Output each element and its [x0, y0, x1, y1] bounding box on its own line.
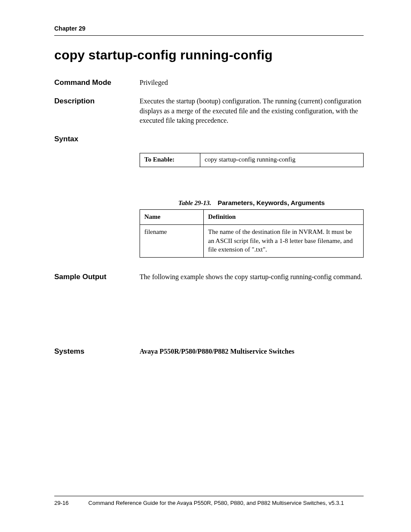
- header-rule: [54, 35, 364, 36]
- params-header-row: Name Definition: [140, 210, 364, 225]
- syntax-enable-label-text: To Enable:: [144, 156, 174, 163]
- command-mode-row: Command Mode Privileged: [54, 78, 364, 88]
- params-header-name: Name: [140, 210, 204, 225]
- syntax-row: Syntax: [54, 134, 364, 144]
- params-caption-number: Table 29-13.: [178, 199, 211, 206]
- syntax-label: Syntax: [54, 134, 140, 144]
- running-header: Chapter 29: [54, 25, 364, 32]
- syntax-enable-value: copy startup-config running-config: [200, 153, 364, 167]
- params-table: Name Definition filename The name of the…: [140, 209, 364, 258]
- params-table-wrap: Name Definition filename The name of the…: [140, 209, 364, 258]
- table-row: filename The name of the destination fil…: [140, 225, 364, 258]
- systems-row: Systems Avaya P550R/P580/P880/P882 Multi…: [54, 347, 364, 357]
- footer-page-number: 29-16: [54, 500, 68, 506]
- params-caption: Table 29-13. Parameters, Keywords, Argum…: [140, 199, 364, 207]
- syntax-table-row: To Enable: copy startup-config running-c…: [140, 153, 364, 167]
- param-name-cell: filename: [140, 225, 204, 258]
- sample-output-row: Sample Output The following example show…: [54, 272, 364, 282]
- sample-output-label: Sample Output: [54, 272, 140, 282]
- footer-rule: [54, 496, 364, 496]
- page-title: copy startup-config running-config: [54, 48, 364, 62]
- systems-value: Avaya P550R/P580/P880/P882 Multiservice …: [140, 347, 364, 357]
- description-value: Executes the startup (bootup) configurat…: [140, 96, 364, 126]
- footer-doc-title: Command Reference Guide for the Avaya P5…: [68, 500, 364, 506]
- footer-line: 29-16 Command Reference Guide for the Av…: [54, 500, 364, 506]
- params-caption-title: Parameters, Keywords, Arguments: [218, 199, 325, 206]
- syntax-table-wrap: To Enable: copy startup-config running-c…: [140, 153, 364, 167]
- syntax-table: To Enable: copy startup-config running-c…: [140, 153, 364, 167]
- page-footer: 29-16 Command Reference Guide for the Av…: [54, 496, 364, 506]
- description-label: Description: [54, 96, 140, 106]
- syntax-enable-label: To Enable:: [140, 153, 200, 167]
- command-mode-label: Command Mode: [54, 78, 140, 88]
- command-mode-value: Privileged: [140, 78, 364, 88]
- sample-output-value: The following example shows the copy sta…: [140, 272, 364, 282]
- page: Chapter 29 copy startup-config running-c…: [0, 0, 411, 532]
- param-definition-cell: The name of the destination file in NVRA…: [204, 225, 364, 258]
- systems-label: Systems: [54, 347, 140, 357]
- params-header-definition: Definition: [204, 210, 364, 225]
- description-row: Description Executes the startup (bootup…: [54, 96, 364, 126]
